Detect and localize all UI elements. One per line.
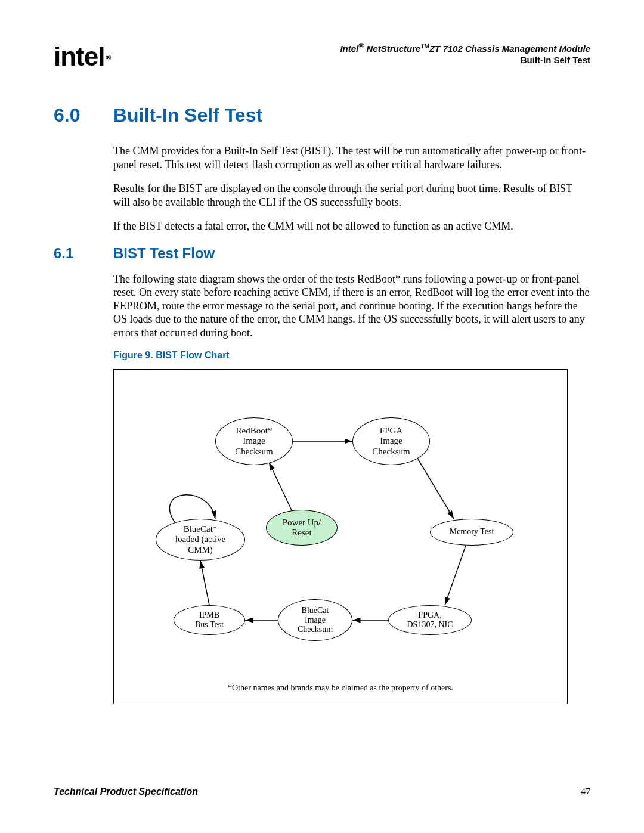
subsection-number: 6.1 bbox=[54, 245, 113, 262]
subsection-para-1: The following state diagram shows the or… bbox=[113, 272, 590, 340]
doc-title-line2: Built-In Self Test bbox=[340, 55, 590, 65]
figure-bist-flow-chart: RedBoot* Image Checksum FPGA Image Check… bbox=[113, 369, 568, 704]
doc-title-block: Intel® NetStructureTMZT 7102 Chassis Man… bbox=[340, 42, 590, 65]
section-para-1: The CMM provides for a Built-In Self Tes… bbox=[113, 144, 590, 171]
figure-footnote: *Other names and brands may be claimed a… bbox=[114, 683, 567, 693]
svg-line-0 bbox=[269, 462, 293, 513]
subsection-title: BIST Test Flow bbox=[113, 245, 215, 262]
doc-title-line1: Intel® NetStructureTMZT 7102 Chassis Man… bbox=[340, 42, 590, 54]
section-heading: 6.0 Built-In Self Test bbox=[54, 104, 590, 126]
footer-doc-type: Technical Product Specification bbox=[54, 786, 198, 797]
node-redboot-image-checksum: RedBoot* Image Checksum bbox=[215, 417, 293, 465]
node-fpga-ds1307-nic: FPGA, DS1307, NIC bbox=[388, 605, 472, 635]
section-para-3: If the BIST detects a fatal error, the C… bbox=[113, 219, 590, 233]
svg-line-2 bbox=[418, 459, 454, 519]
node-bluecat-loaded: BlueCat* loaded (active CMM) bbox=[156, 519, 245, 561]
section-title: Built-In Self Test bbox=[113, 104, 262, 126]
node-bluecat-image-checksum: BlueCat Image Checksum bbox=[278, 599, 352, 641]
node-fpga-image-checksum: FPGA Image Checksum bbox=[352, 417, 430, 465]
section-number: 6.0 bbox=[54, 104, 113, 126]
logo-reg-mark: ® bbox=[106, 54, 110, 62]
section-body: The CMM provides for a Built-In Self Tes… bbox=[113, 144, 590, 233]
section-para-2: Results for the BIST are displayed on th… bbox=[113, 182, 590, 209]
intel-logo: intel® bbox=[54, 42, 109, 72]
page-footer: Technical Product Specification 47 bbox=[54, 786, 590, 797]
node-ipmb-bus-test: IPMB Bus Test bbox=[174, 605, 245, 635]
node-power-up-reset: Power Up/ Reset bbox=[266, 510, 338, 546]
subsection-body: The following state diagram shows the or… bbox=[113, 272, 590, 340]
svg-line-6 bbox=[200, 561, 209, 605]
page-header: intel® Intel® NetStructureTMZT 7102 Chas… bbox=[54, 42, 590, 72]
figure-caption: Figure 9. BIST Flow Chart bbox=[113, 350, 590, 361]
subsection-heading: 6.1 BIST Test Flow bbox=[54, 245, 590, 262]
tm-mark: TM bbox=[420, 43, 429, 49]
page-number: 47 bbox=[581, 786, 590, 797]
logo-text: intel bbox=[54, 42, 104, 71]
node-memory-test: Memory Test bbox=[430, 519, 513, 546]
svg-line-3 bbox=[445, 546, 466, 605]
